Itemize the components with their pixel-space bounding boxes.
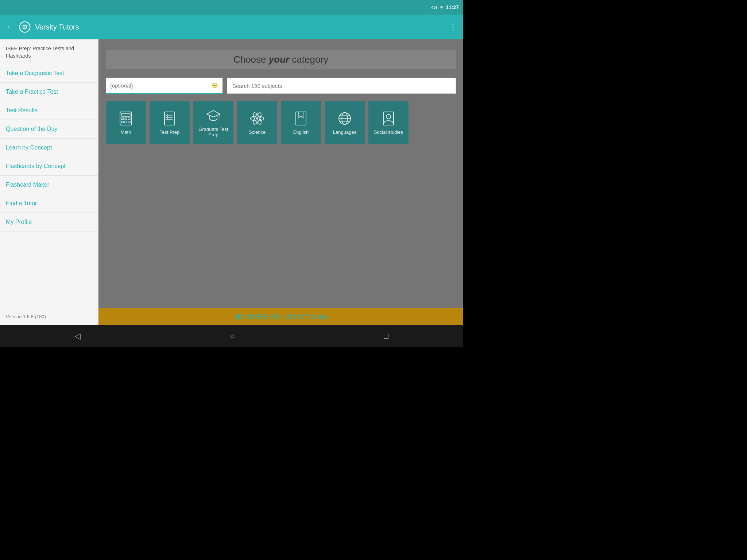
svg-point-2 [24, 26, 26, 28]
svg-rect-9 [125, 121, 127, 123]
sidebar-item-take-diagnostic[interactable]: Take a Diagnostic Test [0, 64, 98, 82]
category-science-label: Science [247, 129, 267, 135]
category-grad-test-label: Graduate Test Prep [193, 127, 233, 137]
sidebar-version: Version 1.6.8 (180) [0, 308, 98, 325]
grade-select-wrap: ⊕ [106, 78, 222, 94]
svg-rect-6 [125, 118, 127, 120]
content-area: Choose your category ⊕ [98, 39, 463, 325]
svg-marker-15 [207, 110, 220, 117]
category-math-label: Math [119, 129, 133, 135]
signal-icon: 4G [431, 5, 437, 10]
search-input[interactable] [232, 83, 450, 89]
sidebar-section-tests: Take a Diagnostic Test Take a Practice T… [0, 64, 98, 120]
sidebar: ISEE Prep: Practice Tests and Flashcards… [0, 39, 98, 325]
category-card-math[interactable]: Math [106, 101, 146, 144]
sidebar-item-flashcards-by-concept[interactable]: Flashcards by Concept [0, 157, 98, 175]
category-title-text: Choose [233, 54, 269, 65]
svg-rect-7 [128, 118, 130, 120]
category-chooser: Choose your category ⊕ [98, 39, 463, 151]
category-title: Choose your category [106, 50, 456, 69]
battery-icon: ⊟ [440, 5, 444, 10]
grade-icon: ⊕ [212, 81, 218, 90]
book-bookmark-icon [293, 110, 309, 127]
call-footer[interactable]: ☎ Call (888) 888–1401 for Tutoring [98, 308, 463, 325]
calculator-icon [118, 110, 134, 127]
nav-bar: ◁ ○ □ [0, 325, 463, 347]
atom-icon [249, 110, 265, 127]
overflow-menu-button[interactable]: ⋮ [449, 22, 457, 32]
category-card-languages[interactable]: Languages [325, 101, 365, 144]
svg-point-20 [256, 117, 258, 120]
app-title: Varsity Tutors [35, 23, 449, 31]
category-card-social[interactable]: Social studies [368, 101, 409, 144]
sidebar-section-profile: My Profile [0, 213, 98, 232]
category-card-english[interactable]: English [281, 101, 321, 144]
category-title-italic: your [269, 54, 289, 65]
checklist-icon [162, 110, 178, 127]
sidebar-item-test-results[interactable]: Test Results [0, 101, 98, 120]
call-footer-text: ☎ Call (888) 888–1401 for Tutoring [235, 313, 328, 320]
app-logo [18, 20, 31, 34]
sidebar-item-flashcard-maker[interactable]: Flashcard Maker [0, 176, 98, 194]
main-layout: ISEE Prep: Practice Tests and Flashcards… [0, 39, 463, 325]
time-display: 11:27 [446, 4, 459, 10]
grade-input[interactable] [110, 82, 212, 89]
category-card-grad-test[interactable]: Graduate Test Prep [193, 101, 233, 144]
category-cards: Math Test [106, 101, 456, 144]
category-english-label: English [292, 129, 310, 135]
search-input-wrap [227, 78, 456, 94]
category-title-suffix: category [289, 54, 328, 65]
back-button[interactable]: ← [6, 22, 14, 32]
category-card-test-prep[interactable]: Test Prep [150, 101, 190, 144]
sidebar-section-learn: Question of the Day Learn by Concept Fla… [0, 120, 98, 194]
app-bar: ← Varsity Tutors ⋮ [0, 15, 463, 39]
status-icons: 4G ⊟ 11:27 [431, 4, 459, 10]
sidebar-item-learn-by-concept[interactable]: Learn by Concept [0, 139, 98, 157]
svg-rect-5 [121, 118, 124, 120]
sidebar-item-question-of-day[interactable]: Question of the Day [0, 120, 98, 138]
category-social-label: Social studies [372, 129, 405, 135]
svg-rect-27 [383, 112, 394, 125]
category-card-science[interactable]: Science [237, 101, 277, 144]
sidebar-item-take-practice[interactable]: Take a Practice Test [0, 83, 98, 101]
svg-rect-4 [121, 113, 130, 116]
sidebar-item-my-profile[interactable]: My Profile [0, 213, 98, 231]
grad-cap-icon [205, 108, 221, 124]
category-languages-label: Languages [332, 129, 358, 135]
nav-home-button[interactable]: ○ [230, 331, 235, 341]
search-row: ⊕ [106, 78, 456, 94]
nav-recent-button[interactable]: □ [384, 331, 388, 341]
category-test-prep-label: Test Prep [158, 129, 181, 135]
svg-rect-8 [121, 121, 124, 123]
nav-back-button[interactable]: ◁ [74, 331, 81, 341]
status-bar: 4G ⊟ 11:27 [0, 0, 463, 15]
svg-rect-11 [165, 112, 175, 125]
sidebar-section-tutor: Find a Tutor [0, 194, 98, 213]
svg-rect-21 [296, 112, 306, 125]
sidebar-header: ISEE Prep: Practice Tests and Flashcards [0, 39, 98, 64]
sidebar-item-find-tutor[interactable]: Find a Tutor [0, 194, 98, 213]
svg-rect-10 [128, 121, 130, 123]
svg-point-28 [386, 114, 391, 119]
globe-icon [337, 110, 353, 127]
person-book-icon [380, 110, 396, 127]
